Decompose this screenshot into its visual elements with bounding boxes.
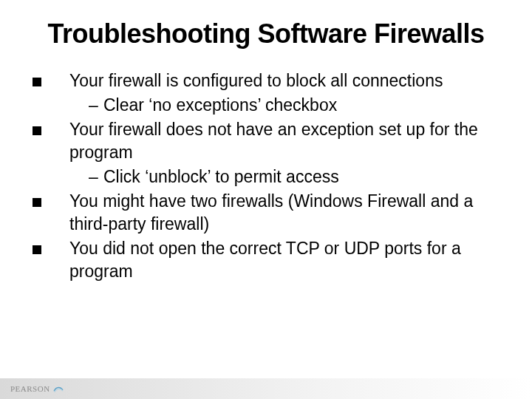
sub-bullet-text: Clear ‘no exceptions’ checkbox — [103, 94, 502, 117]
dash-bullet-icon: – — [69, 94, 103, 117]
brand-swoosh-icon — [53, 383, 64, 394]
sub-bullet-item: – Clear ‘no exceptions’ checkbox — [30, 94, 502, 117]
bullet-item: Your firewall does not have an exception… — [30, 118, 502, 164]
bullet-text: You did not open the correct TCP or UDP … — [69, 237, 502, 283]
square-bullet-icon — [30, 118, 69, 141]
bullet-text: Your firewall does not have an exception… — [69, 118, 502, 164]
bullet-item: Your firewall is configured to block all… — [30, 69, 502, 92]
slide-title: Troubleshooting Software Firewalls — [30, 19, 502, 49]
sub-bullet-item: – Click ‘unblock’ to permit access — [30, 166, 502, 188]
slide-content: Your firewall is configured to block all… — [30, 69, 502, 283]
brand-logo: PEARSON — [10, 383, 64, 394]
bullet-item: You did not open the correct TCP or UDP … — [30, 237, 502, 283]
square-bullet-icon — [30, 69, 69, 92]
dash-bullet-icon: – — [69, 166, 103, 188]
bullet-text: You might have two firewalls (Windows Fi… — [69, 190, 502, 236]
footer-bar: PEARSON — [0, 378, 532, 399]
square-bullet-icon — [30, 237, 69, 260]
brand-text: PEARSON — [10, 384, 50, 393]
bullet-text: Your firewall is configured to block all… — [69, 69, 502, 92]
slide: Troubleshooting Software Firewalls Your … — [0, 0, 532, 399]
bullet-item: You might have two firewalls (Windows Fi… — [30, 190, 502, 236]
square-bullet-icon — [30, 190, 69, 213]
sub-bullet-text: Click ‘unblock’ to permit access — [103, 166, 502, 188]
